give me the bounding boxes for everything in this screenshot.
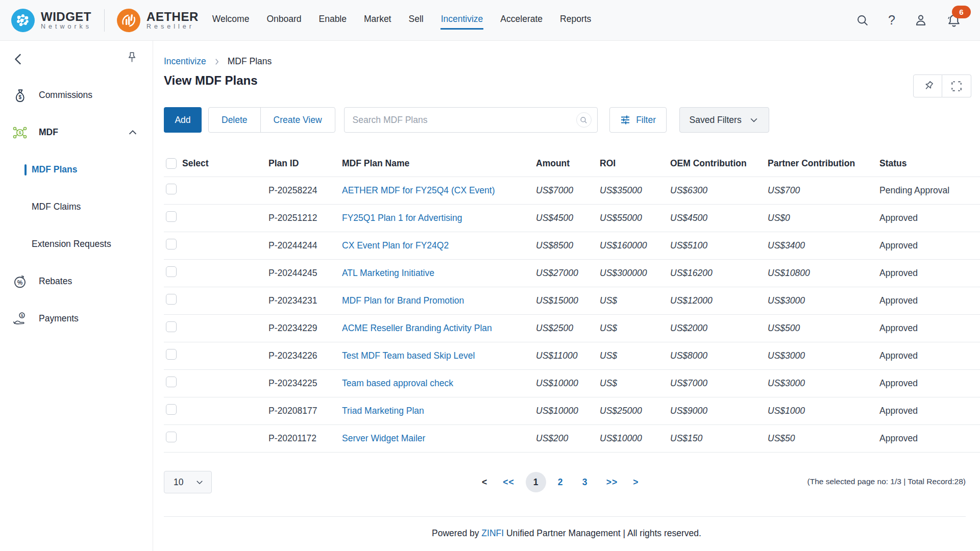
sidebar-item-commissions[interactable]: $ Commissions xyxy=(0,77,153,114)
sidebar-collapse-icon[interactable] xyxy=(12,52,26,66)
sidebar-item-payments[interactable]: $ Payments xyxy=(0,300,153,337)
mdf-network-icon: $ xyxy=(12,125,28,140)
column-header-plan-id: Plan ID xyxy=(268,151,342,177)
column-header-select: Select xyxy=(164,151,268,177)
row-checkbox[interactable] xyxy=(166,432,177,442)
page-number-3[interactable]: 3 xyxy=(575,472,595,492)
breadcrumb-chevron-icon xyxy=(212,57,222,66)
sidebar-item-label: Payments xyxy=(39,313,79,324)
notifications-bell-icon[interactable]: 6 xyxy=(946,13,962,28)
next-page-button[interactable]: > xyxy=(629,477,643,488)
roi-cell: US$ xyxy=(600,287,670,314)
status-cell: Approved xyxy=(879,314,980,342)
partner-contribution-cell: US$1000 xyxy=(768,397,879,424)
last-page-button[interactable]: >> xyxy=(602,477,622,488)
plan-name-link[interactable]: Server Widget Mailer xyxy=(342,433,425,443)
row-checkbox[interactable] xyxy=(166,321,177,332)
svg-text:$: $ xyxy=(19,130,21,135)
user-icon[interactable] xyxy=(914,13,928,28)
select-all-checkbox[interactable] xyxy=(166,158,177,169)
breadcrumb-parent-link[interactable]: Incentivize xyxy=(164,56,206,67)
plan-id-cell: P-20234225 xyxy=(268,369,342,397)
roi-cell: US$300000 xyxy=(600,259,670,287)
plan-name-link[interactable]: Triad Marketing Plan xyxy=(342,406,424,416)
oem-contribution-cell: US$7000 xyxy=(670,369,768,397)
create-view-button[interactable]: Create View xyxy=(260,108,335,132)
nav-item-sell[interactable]: Sell xyxy=(408,11,424,30)
aether-reseller-logo[interactable]: AETHER Reseller xyxy=(117,9,199,32)
zinfi-link[interactable]: ZINFI xyxy=(481,528,504,538)
search-input[interactable] xyxy=(344,107,598,133)
row-checkbox[interactable] xyxy=(166,266,177,277)
plan-id-cell: P-20234226 xyxy=(268,342,342,369)
roi-cell: US$35000 xyxy=(600,177,670,204)
breadcrumb: Incentivize MDF Plans xyxy=(164,56,272,67)
column-header-status: Status xyxy=(879,151,980,177)
sidebar-item-mdf[interactable]: $ MDF xyxy=(0,114,153,151)
sidebar-item-label: Rebates xyxy=(39,276,72,287)
page-number-1[interactable]: 1 xyxy=(526,472,546,492)
amount-cell: US$2500 xyxy=(536,314,600,342)
nav-item-reports[interactable]: Reports xyxy=(559,11,592,30)
table-row: P-20234226Test MDF Team based Skip Level… xyxy=(164,342,980,369)
page-size-select[interactable]: 10 xyxy=(164,471,212,493)
table-row: P-20244244CX Event Plan for FY24Q2US$850… xyxy=(164,232,980,259)
plan-name-link[interactable]: Team based approval check xyxy=(342,378,453,388)
row-checkbox[interactable] xyxy=(166,294,177,305)
sidebar-item-label: Commissions xyxy=(39,90,92,101)
roi-cell: US$ xyxy=(600,342,670,369)
brand-divider xyxy=(104,9,105,32)
svg-text:$: $ xyxy=(18,94,21,99)
nav-item-incentivize[interactable]: Incentivize xyxy=(440,11,484,30)
plan-name-link[interactable]: ACME Reseller Branding Activity Plan xyxy=(342,323,492,333)
status-cell: Approved xyxy=(879,424,980,452)
status-cell: Approved xyxy=(879,259,980,287)
plan-name-link[interactable]: ATL Marketing Initiative xyxy=(342,268,434,278)
widget-networks-logo[interactable]: WIDGET Networks xyxy=(11,9,92,32)
nav-item-onboard[interactable]: Onboard xyxy=(266,11,302,30)
plan-name-link[interactable]: Test MDF Team based Skip Level xyxy=(342,350,475,361)
search-icon[interactable] xyxy=(855,13,870,28)
row-checkbox[interactable] xyxy=(166,184,177,194)
nav-item-accelerate[interactable]: Accelerate xyxy=(500,11,543,30)
row-checkbox[interactable] xyxy=(166,404,177,415)
filter-button[interactable]: Filter xyxy=(609,107,667,133)
page-number-2[interactable]: 2 xyxy=(550,472,571,492)
table-row: P-20258224AETHER MDF for FY25Q4 (CX Even… xyxy=(164,177,980,204)
app-header: WIDGET Networks AETHER Reseller WelcomeO… xyxy=(0,0,980,41)
search-submit-icon[interactable] xyxy=(576,112,592,128)
nav-item-welcome[interactable]: Welcome xyxy=(212,11,250,30)
row-checkbox[interactable] xyxy=(166,211,177,222)
row-checkbox[interactable] xyxy=(166,239,177,249)
amount-cell: US$11000 xyxy=(536,342,600,369)
nav-item-enable[interactable]: Enable xyxy=(318,11,348,30)
roi-cell: US$ xyxy=(600,369,670,397)
saved-filters-dropdown[interactable]: Saved Filters xyxy=(679,107,769,133)
amount-cell: US$4500 xyxy=(536,204,600,232)
plan-name-link[interactable]: MDF Plan for Brand Promotion xyxy=(342,295,464,306)
row-checkbox[interactable] xyxy=(166,377,177,387)
plan-name-link[interactable]: FY25Q1 Plan 1 for Advertising xyxy=(342,213,462,223)
fullscreen-expand-button[interactable] xyxy=(942,74,971,97)
add-button[interactable]: Add xyxy=(164,107,202,133)
prev-page-button[interactable]: < xyxy=(478,477,492,488)
help-icon[interactable]: ? xyxy=(888,14,895,27)
first-page-button[interactable]: << xyxy=(499,477,518,488)
sidebar-item-mdf-plans[interactable]: MDF Plans xyxy=(0,151,153,188)
delete-button[interactable]: Delete xyxy=(209,108,260,132)
row-checkbox[interactable] xyxy=(166,349,177,360)
plan-name-link[interactable]: AETHER MDF for FY25Q4 (CX Event) xyxy=(342,185,495,195)
sidebar-item-rebates[interactable]: % Rebates xyxy=(0,263,153,300)
plan-name-link[interactable]: CX Event Plan for FY24Q2 xyxy=(342,240,449,251)
pin-page-button[interactable] xyxy=(913,74,942,97)
chevron-down-icon xyxy=(195,478,204,487)
sidebar-item-extension-requests[interactable]: Extension Requests xyxy=(0,226,153,263)
sidebar-pin-icon[interactable] xyxy=(125,51,138,66)
nav-item-market[interactable]: Market xyxy=(363,11,391,30)
roi-cell: US$25000 xyxy=(600,397,670,424)
partner-contribution-cell: US$700 xyxy=(768,177,879,204)
sidebar-item-mdf-claims[interactable]: MDF Claims xyxy=(0,188,153,226)
table-row: P-20251212FY25Q1 Plan 1 for AdvertisingU… xyxy=(164,204,980,232)
column-header-amount: Amount xyxy=(536,151,600,177)
chevron-up-icon[interactable] xyxy=(127,127,138,138)
